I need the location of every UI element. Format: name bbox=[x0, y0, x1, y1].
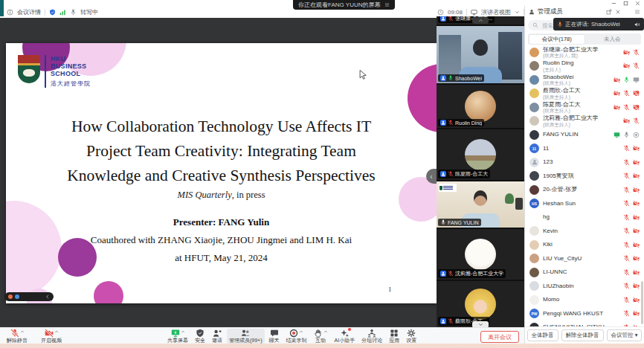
video-tile[interactable]: FANG YULIN bbox=[437, 181, 524, 228]
toolbar-gear-button[interactable]: 设置 bbox=[404, 329, 419, 344]
cam-off-icon[interactable] bbox=[633, 159, 640, 166]
toolbar-sparkle-button[interactable]: AI小助手 bbox=[332, 329, 358, 344]
participant-row[interactable]: 张继康-合肥工业大学(联席主持人, 我) bbox=[525, 45, 644, 59]
maximize-icon[interactable] bbox=[623, 1, 628, 6]
cam-off-icon[interactable] bbox=[614, 104, 620, 111]
chevron-down-icon[interactable] bbox=[515, 10, 520, 15]
cam-off-icon[interactable] bbox=[633, 255, 640, 262]
cam-off-icon[interactable] bbox=[633, 145, 640, 152]
participant-row[interactable]: 陈夏雨-合工大(联席主持人) bbox=[525, 100, 644, 115]
toolbar-hand-button[interactable]: 互动 bbox=[312, 329, 330, 344]
security-shield-icon[interactable] bbox=[49, 9, 56, 16]
chevron-up-icon[interactable] bbox=[323, 329, 328, 334]
mic-off-icon[interactable] bbox=[623, 145, 630, 152]
mic-off-icon[interactable] bbox=[623, 159, 630, 166]
cam-off-icon[interactable] bbox=[633, 228, 640, 234]
collapse-strip-up-button[interactable] bbox=[472, 17, 489, 24]
video-tile[interactable]: 蔡雨欣-合工... bbox=[437, 281, 524, 327]
participant-row[interactable]: Ruolin Ding(主持人) bbox=[525, 59, 644, 74]
cam-off-icon[interactable] bbox=[633, 187, 640, 193]
participant-row[interactable]: hg bbox=[525, 210, 644, 225]
video-tile[interactable]: 沈莉雅-合肥工业大学 bbox=[437, 229, 524, 280]
mic-off-icon[interactable] bbox=[623, 228, 630, 234]
participant-row[interactable]: 蔡雨欣-合工大(联席主持人) bbox=[525, 87, 644, 101]
mic-off-icon[interactable] bbox=[623, 173, 630, 179]
mic-off-icon[interactable] bbox=[623, 187, 630, 193]
cam-off-icon[interactable] bbox=[633, 297, 640, 303]
cam-off-icon[interactable] bbox=[614, 77, 620, 83]
video-strip-collapse-handle[interactable]: ‹ bbox=[426, 169, 437, 184]
participant-row[interactable]: HSHeshan Sun bbox=[525, 197, 644, 211]
network-signal-icon[interactable] bbox=[59, 9, 66, 16]
cam-off-icon[interactable] bbox=[633, 214, 640, 221]
video-tile[interactable]: ShaoboWei bbox=[437, 26, 524, 83]
chevron-left-icon[interactable] bbox=[45, 294, 50, 299]
mic-off-icon[interactable] bbox=[623, 90, 630, 97]
transcribing-label[interactable]: 转写中 bbox=[80, 8, 98, 16]
screen-red-icon[interactable] bbox=[633, 104, 640, 111]
more-menu-icon[interactable] bbox=[634, 9, 640, 15]
chevron-up-icon[interactable] bbox=[54, 329, 59, 334]
toolbar-breakout-button[interactable]: 分组讨论 bbox=[359, 329, 384, 344]
mic-off-icon[interactable] bbox=[623, 242, 630, 248]
cam-off-icon[interactable] bbox=[633, 200, 640, 207]
chevron-up-icon[interactable] bbox=[299, 329, 303, 334]
mute-all-button[interactable]: 全体静音 bbox=[527, 329, 558, 341]
cam-off-icon[interactable] bbox=[633, 242, 640, 248]
participant-row[interactable]: Momo bbox=[525, 293, 644, 307]
rec-gray-icon[interactable] bbox=[633, 132, 640, 138]
chevron-up-icon[interactable] bbox=[181, 329, 185, 334]
cam-off-icon[interactable] bbox=[633, 269, 640, 276]
view-mode-label[interactable]: 演讲者视图 bbox=[481, 8, 511, 16]
participant-row[interactable]: 沈莉雅-合肥工业大学(联席主持人) bbox=[525, 115, 644, 129]
screen-green-icon[interactable] bbox=[614, 132, 620, 138]
meeting-control-button[interactable]: 会议管控 ▾ bbox=[607, 329, 643, 341]
mic-off-icon[interactable] bbox=[623, 200, 630, 207]
toolbar-share-button[interactable]: 共享屏幕 bbox=[165, 329, 190, 344]
minimize-icon[interactable] bbox=[611, 1, 616, 6]
participant-row[interactable]: 123 bbox=[525, 155, 644, 170]
close-panel-icon[interactable] bbox=[615, 9, 621, 15]
participant-row[interactable]: Kiki bbox=[525, 238, 644, 252]
participant-row[interactable]: LIUZhaobin bbox=[525, 280, 644, 294]
video-tile[interactable]: 陈夏雨-合工大 bbox=[437, 129, 524, 180]
cam-off-icon[interactable] bbox=[623, 117, 630, 124]
participant-row[interactable]: Kevin bbox=[525, 225, 644, 239]
banner-menu-icon[interactable] bbox=[384, 2, 390, 7]
participant-row[interactable]: PWPengqi WANG HKUST bbox=[525, 307, 644, 321]
mic-off-icon[interactable] bbox=[623, 255, 630, 262]
toolbar-invite-button[interactable]: 邀请 bbox=[210, 329, 225, 344]
participant-row[interactable]: LIU Yue_CityU bbox=[525, 252, 644, 266]
chevron-up-icon[interactable] bbox=[20, 329, 25, 334]
toolbar-mic-slash-big-button[interactable]: 解除静音 bbox=[4, 329, 30, 344]
list-scrollbar[interactable] bbox=[641, 281, 643, 324]
mic-off-icon[interactable] bbox=[623, 269, 630, 276]
participant-row[interactable]: LI-UNNC bbox=[525, 265, 644, 280]
video-tile[interactable]: Ruolin Ding bbox=[437, 85, 524, 128]
tab-not-joined[interactable]: 未入会 bbox=[585, 35, 640, 44]
mic-off-icon[interactable] bbox=[623, 214, 630, 221]
meeting-detail-label[interactable]: 会议详情 bbox=[17, 8, 41, 16]
cam-off-icon[interactable] bbox=[623, 49, 630, 56]
info-icon[interactable] bbox=[7, 9, 13, 16]
cam-off-icon[interactable] bbox=[614, 90, 620, 97]
leave-meeting-button[interactable]: 离开会议 bbox=[480, 331, 519, 343]
screen-red-icon[interactable] bbox=[633, 90, 640, 97]
toolbar-cam-slash-big-button[interactable]: 开启视频 bbox=[39, 329, 64, 344]
screen-gray-icon[interactable] bbox=[633, 77, 640, 83]
participant-row[interactable]: 1905黄安琪 bbox=[525, 170, 644, 184]
participant-row[interactable]: 1111 bbox=[525, 142, 644, 156]
unmute-all-button[interactable]: 解除全体静音 bbox=[561, 329, 604, 341]
tab-in-meeting[interactable]: 会议中(178) bbox=[529, 35, 585, 44]
toolbar-chat-button[interactable]: 聊天 bbox=[267, 329, 282, 344]
watching-screen-banner[interactable]: 你正在观看FANG YUUN的屏幕 bbox=[293, 0, 395, 10]
mic-off-icon[interactable] bbox=[623, 283, 630, 289]
cam-off-icon[interactable] bbox=[623, 62, 630, 69]
toolbar-record-button[interactable]: 结束录制 bbox=[284, 329, 309, 344]
cam-off-icon[interactable] bbox=[633, 283, 640, 289]
mic-on-icon[interactable] bbox=[623, 77, 630, 83]
popout-icon[interactable] bbox=[606, 9, 612, 15]
participant-row[interactable]: ShaoboWei(联席主持人) bbox=[525, 73, 644, 87]
toolbar-members-button[interactable]: 管理成员(99+) bbox=[227, 329, 265, 344]
mic-off-icon[interactable] bbox=[623, 104, 630, 111]
